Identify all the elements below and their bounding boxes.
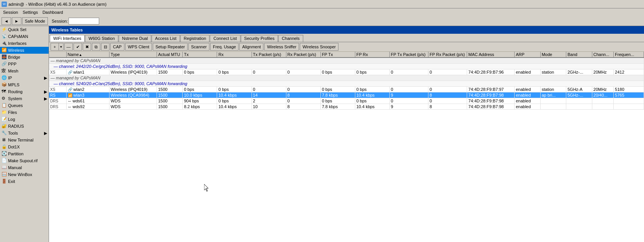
sidebar-item-new-terminal[interactable]: 🖥 New Terminal [0, 137, 49, 143]
col-header-rx[interactable]: Rx [217, 52, 252, 58]
tab-security-profiles[interactable]: Security Profiles [241, 35, 278, 42]
cell-band: 5GHz-A [566, 87, 592, 92]
scanner-button[interactable]: Scanner [188, 43, 209, 51]
sidebar-item-mesh[interactable]: 🕸 Mesh [0, 67, 49, 74]
sidebar-item-bridge[interactable]: 🌉 Bridge [0, 54, 49, 61]
col-header-fptxpkt[interactable]: FP Tx Packet (p/s) [389, 52, 428, 58]
cell-arp: enabled [515, 98, 541, 104]
cell-fptxpkt: 0 [389, 98, 428, 104]
tab-w60g-station[interactable]: W60G Station [85, 35, 118, 42]
sidebar-item-radius[interactable]: 🔐 RADIUS [0, 123, 49, 130]
col-header-freq[interactable]: Frequen... [614, 52, 644, 58]
sidebar-item-manual[interactable]: 📖 Manual [0, 164, 49, 171]
forward-button[interactable]: ► [12, 17, 21, 25]
sidebar-label-ip: IP [8, 76, 12, 80]
sidebar-label-capsman: CAPsMAN [8, 34, 28, 39]
sidebar-label-queues: Queues [8, 103, 23, 108]
tab-registration[interactable]: Registration [180, 35, 210, 42]
wireless-sniffer-button[interactable]: Wireless Sniffer [264, 43, 299, 51]
table-row[interactable]: DRS↔wds61WDS1500904 bps0 bps200 bps0 bps… [49, 98, 644, 104]
back-button[interactable]: ◄ [2, 17, 11, 25]
col-header-name[interactable]: Name▲ [66, 52, 110, 58]
session-input[interactable] [69, 18, 99, 25]
radius-icon: 🔐 [2, 123, 7, 129]
sidebar-item-capsman[interactable]: 📡 CAPsMAN [0, 33, 49, 40]
sidebar-item-quick-set[interactable]: ⚡ Quick Set [0, 26, 49, 33]
tab-connect-list[interactable]: Connect List [210, 35, 240, 42]
sidebar-item-dot1x[interactable]: 🔒 Dot1X [0, 143, 49, 150]
sidebar-item-ppp[interactable]: 🔗 PPP [0, 61, 49, 67]
cell-txpkt: 10 [252, 104, 286, 110]
sidebar-item-interfaces[interactable]: 🔌 Interfaces [0, 40, 49, 47]
safe-mode-button[interactable]: Safe Mode [22, 17, 48, 25]
cell-txpkt: 0 [252, 87, 286, 92]
col-header-band[interactable]: Band [566, 52, 592, 58]
col-header-type[interactable]: Type [110, 52, 157, 58]
table-row[interactable]: — managed by CAPsMAN [49, 58, 644, 64]
wireless-snooper-button[interactable]: Wireless Snooper [300, 43, 338, 51]
sidebar-item-queues[interactable]: 📋 Queues [0, 102, 49, 109]
sidebar-label-interfaces: Interfaces [8, 41, 26, 46]
remove-button[interactable]: — [64, 43, 73, 51]
capsman-icon: 📡 [2, 34, 7, 39]
sidebar-item-tools[interactable]: 🔧 Tools ▶ [0, 130, 49, 137]
table-row[interactable]: — channel: 2442/20-Ce/gn(26dBm), SSID: 9… [49, 64, 644, 69]
table-row[interactable]: — channel: 5240/20-eC/an(25dBm), SSID: 9… [49, 81, 644, 87]
col-header-fprxpkt[interactable]: FP Rx Packet (p/s) [428, 52, 467, 58]
add-button[interactable]: + [51, 43, 59, 51]
wps-client-button[interactable]: WPS Client [125, 43, 152, 51]
sidebar-label-radius: RADIUS [8, 124, 24, 128]
add-dropdown-button[interactable]: ▼ [59, 43, 64, 51]
tab-wifi-interfaces[interactable]: WiFi Interfaces [50, 35, 85, 42]
table-row[interactable]: XS🔗wlan1Wireless (IPQ4019)15000 bps0 bps… [49, 69, 644, 75]
sidebar-item-exit[interactable]: 🚪 Exit [0, 178, 49, 185]
col-header-chan[interactable]: Chann... [592, 52, 613, 58]
menu-session[interactable]: Session [1, 10, 20, 15]
table-row[interactable]: XS🔗wlan2Wireless (IPQ4019)15000 bps0 bps… [49, 87, 644, 92]
menu-dashboard[interactable]: Dashboard [40, 10, 65, 15]
col-header-fprx[interactable]: FP Rx [355, 52, 389, 58]
table-container[interactable]: Name▲ Type Actual MTU Tx Rx Tx Packet (p… [49, 52, 644, 242]
copy-button[interactable]: ⧉ [92, 43, 100, 51]
filter-button[interactable]: ⊟ [101, 43, 110, 51]
table-row[interactable]: — managed by CAPsMAN [49, 75, 644, 81]
table-row[interactable]: DRS↔wds92WDS15008.2 kbps10.4 kbps1087.8 … [49, 104, 644, 110]
col-header-arp[interactable]: ARP [515, 52, 541, 58]
table-row[interactable]: RS📶wlan3Wireless (QCA9984)150010.0 kbps1… [49, 92, 644, 98]
menu-settings[interactable]: Settings [20, 10, 40, 15]
sidebar-item-log[interactable]: 📝 Log [0, 116, 49, 123]
col-header-flag[interactable] [49, 52, 66, 58]
cell-flag: XS [49, 69, 66, 75]
col-header-mode[interactable]: Mode [540, 52, 566, 58]
cell-fptxpkt: 0 [389, 87, 428, 92]
freq-usage-button[interactable]: Freq. Usage [210, 43, 239, 51]
col-header-tx[interactable]: Tx [183, 52, 217, 58]
setup-repeater-button[interactable]: Setup Repeater [153, 43, 188, 51]
enable-button[interactable]: ✔ [74, 43, 82, 51]
disable-button[interactable]: ✖ [83, 43, 91, 51]
sidebar-item-new-winbox[interactable]: 🪟 New WinBox [0, 171, 49, 178]
col-header-mtu[interactable]: Actual MTU [157, 52, 183, 58]
cell-mtu: 1500 [157, 69, 183, 75]
sidebar-item-mpls[interactable]: 📦 MPLS [0, 81, 49, 88]
sidebar-item-files[interactable]: 📁 Files [0, 109, 49, 116]
tab-channels[interactable]: Channels [278, 35, 303, 42]
cell-txpkt: 2 [252, 98, 286, 104]
sidebar-item-system[interactable]: ⚙ System ▶ [0, 95, 49, 102]
col-header-fptx[interactable]: FP Tx [320, 52, 355, 58]
cell-fprxpkt: 8 [428, 92, 467, 98]
tab-nstreme-dual[interactable]: Nstreme Dual [119, 35, 151, 42]
sidebar-item-partition[interactable]: 💽 Partition [0, 150, 49, 157]
tab-access-list[interactable]: Access List [152, 35, 180, 42]
col-header-rxpkt[interactable]: Rx Packet (p/s) [286, 52, 320, 58]
sidebar-item-make-supout[interactable]: 📄 Make Supout.rif [0, 157, 49, 164]
sidebar-item-routing[interactable]: 🗺 Routing ▶ [0, 88, 49, 95]
cap-button[interactable]: CAP [110, 43, 124, 51]
col-header-mac[interactable]: MAC Address [467, 52, 515, 58]
sidebar-item-wireless[interactable]: 📶 Wireless [0, 47, 49, 54]
alignment-button[interactable]: Alignment [239, 43, 263, 51]
main-layout: ⚡ Quick Set 📡 CAPsMAN 🔌 Interfaces 📶 Wir… [0, 26, 644, 242]
cell-tx: 0 bps [183, 87, 217, 92]
col-header-txpkt[interactable]: Tx Packet (p/s) [252, 52, 286, 58]
sidebar-item-ip[interactable]: 🌐 IP ▶ [0, 74, 49, 81]
